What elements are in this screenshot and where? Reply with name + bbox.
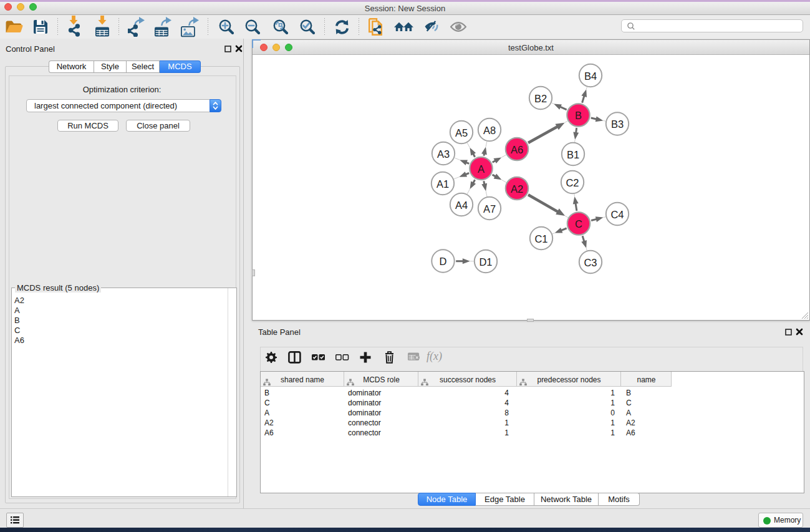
- svg-text:C2: C2: [566, 177, 579, 188]
- svg-text:B: B: [575, 110, 582, 121]
- svg-text:A7: A7: [483, 203, 496, 215]
- svg-text:C: C: [575, 218, 582, 230]
- svg-text:A2: A2: [511, 183, 523, 195]
- svg-text:D: D: [440, 256, 447, 267]
- svg-text:A5: A5: [455, 127, 468, 138]
- svg-text:B3: B3: [611, 118, 624, 130]
- svg-text:D1: D1: [479, 256, 492, 268]
- svg-text:B2: B2: [534, 93, 547, 104]
- svg-text:B1: B1: [567, 149, 579, 160]
- svg-text:B4: B4: [584, 70, 597, 82]
- svg-text:A8: A8: [483, 125, 496, 136]
- svg-text:A1: A1: [436, 178, 449, 190]
- svg-text:A: A: [478, 163, 485, 175]
- svg-text:A4: A4: [455, 200, 468, 211]
- svg-text:A3: A3: [437, 148, 450, 160]
- svg-text:C4: C4: [610, 209, 624, 220]
- svg-text:C3: C3: [584, 257, 597, 268]
- svg-text:C1: C1: [534, 233, 547, 244]
- svg-text:A6: A6: [511, 144, 523, 155]
